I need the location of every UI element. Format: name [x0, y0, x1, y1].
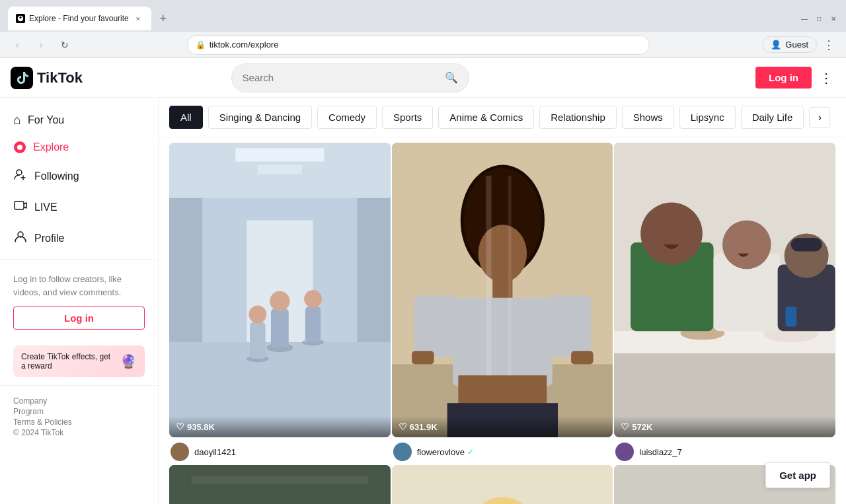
search-icon: 🔍 — [445, 71, 458, 84]
video-author-1: daoyil1421 — [169, 437, 391, 464]
video-thumb-5 — [392, 465, 613, 504]
svg-rect-35 — [571, 351, 593, 364]
sidebar-login-text: Log in to follow creators, like videos, … — [13, 273, 145, 299]
video-card-4[interactable] — [169, 465, 391, 504]
category-comedy[interactable]: Comedy — [317, 106, 377, 129]
video-grid: ♡ 935.8K daoyil1421 — [159, 137, 846, 504]
reload-button[interactable]: ↻ — [56, 36, 74, 54]
svg-rect-13 — [235, 148, 324, 161]
category-lipsync[interactable]: Lipsync — [679, 106, 736, 129]
footer-company[interactable]: Company — [13, 396, 145, 406]
video-overlay-3: ♡ 572K — [614, 416, 835, 437]
video-likes-2: ♡ 631.9K — [399, 421, 607, 432]
svg-rect-5 — [15, 201, 24, 209]
get-app-button[interactable]: Get app — [765, 462, 830, 488]
sidebar-item-following[interactable]: Following — [0, 161, 158, 192]
tab-bar: Explore - Find your favourite × + — [8, 7, 794, 30]
svg-point-29 — [478, 225, 527, 282]
more-options-button[interactable]: ⋮ — [817, 67, 835, 89]
video-thumb-1: ♡ 935.8K — [169, 143, 391, 437]
svg-point-3 — [17, 145, 22, 150]
svg-rect-38 — [486, 176, 491, 375]
category-all[interactable]: All — [169, 106, 203, 129]
sidebar-item-for-you[interactable]: ⌂ For You — [0, 106, 158, 134]
category-shows[interactable]: Shows — [622, 106, 674, 129]
category-singing-dancing[interactable]: Singing & Dancing — [208, 106, 312, 129]
address-bar: ‹ › ↻ 🔒 tiktok.com/explore 👤 Guest ⋮ — [0, 32, 846, 58]
logo[interactable]: TikTok — [11, 67, 83, 89]
svg-rect-31 — [453, 298, 553, 386]
heart-icon-3: ♡ — [621, 421, 629, 432]
video-card-1[interactable]: ♡ 935.8K daoyil1421 — [169, 143, 391, 464]
url-bar[interactable]: 🔒 tiktok.com/explore — [187, 35, 650, 55]
maximize-button[interactable]: □ — [814, 14, 824, 23]
video-overlay-2: ♡ 631.9K — [392, 416, 613, 437]
browser-actions: 👤 Guest ⋮ — [762, 36, 838, 54]
sidebar-label-explore: Explore — [33, 141, 69, 153]
close-window-button[interactable]: ✕ — [829, 14, 838, 23]
video-card-2[interactable]: ♡ 631.9K flowerovlove ✓ — [392, 143, 613, 464]
video-thumb-3: ♡ 572K — [614, 143, 835, 437]
sidebar-promo-banner[interactable]: Create TikTok effects, get a reward 🔮 — [13, 345, 145, 377]
forward-button[interactable]: › — [32, 36, 50, 54]
sidebar-item-live[interactable]: LIVE — [0, 192, 158, 223]
svg-rect-11 — [357, 198, 390, 342]
category-sports[interactable]: Sports — [382, 106, 433, 129]
category-more-button[interactable]: › — [809, 107, 830, 128]
video-thumb-2: ♡ 631.9K — [392, 143, 613, 437]
author-avatar-2 — [393, 443, 412, 461]
category-tabs: All Singing & Dancing Comedy Sports Anim… — [159, 98, 846, 137]
browser-more-button[interactable]: ⋮ — [820, 36, 838, 54]
top-nav: TikTok 🔍 Log in ⋮ — [0, 58, 846, 98]
svg-rect-57 — [191, 476, 368, 484]
main-content: ⌂ For You Explore Following LIVE — [0, 98, 846, 504]
tab-favicon — [16, 14, 25, 23]
active-tab[interactable]: Explore - Find your favourite × — [8, 7, 151, 30]
browser-chrome: Explore - Find your favourite × + — □ ✕ — [0, 0, 846, 32]
footer-terms[interactable]: Terms & Policies — [13, 417, 145, 427]
back-button[interactable]: ‹ — [8, 36, 26, 54]
search-bar[interactable]: 🔍 — [231, 63, 469, 92]
video-likes-3: ♡ 572K — [621, 421, 829, 432]
promo-text: Create TikTok effects, get a reward — [21, 352, 115, 371]
svg-point-20 — [249, 306, 266, 324]
video-card-3[interactable]: ♡ 572K luisdiazz_7 — [614, 143, 835, 464]
sidebar-item-profile[interactable]: Profile — [0, 223, 158, 254]
video-author-2: flowerovlove ✓ — [392, 437, 613, 464]
video-likes-1: ♡ 935.8K — [176, 421, 384, 432]
svg-rect-14 — [258, 165, 302, 174]
profile-icon — [13, 229, 28, 247]
likes-count-2: 631.9K — [410, 422, 438, 432]
window-controls: — □ ✕ — [800, 14, 838, 23]
sidebar-label-profile: Profile — [34, 233, 64, 244]
video-card-5[interactable] — [392, 465, 613, 504]
footer-copyright: © 2024 TikTok — [13, 428, 145, 437]
category-relationship[interactable]: Relationship — [539, 106, 617, 129]
svg-rect-19 — [250, 322, 265, 359]
category-daily-life[interactable]: Daily Life — [741, 106, 804, 129]
new-tab-button[interactable]: + — [154, 9, 173, 28]
guest-icon: 👤 — [771, 40, 781, 50]
search-input[interactable] — [243, 72, 440, 83]
live-icon — [13, 198, 28, 216]
explore-area: All Singing & Dancing Comedy Sports Anim… — [159, 98, 846, 504]
login-button[interactable]: Log in — [755, 67, 812, 89]
footer-program[interactable]: Program — [13, 407, 145, 416]
logo-text: TikTok — [37, 69, 83, 87]
verified-icon-2: ✓ — [467, 447, 474, 456]
sidebar-label-for-you: For You — [28, 114, 64, 126]
author-name-2: flowerovlove ✓ — [417, 447, 474, 457]
sidebar-footer: Company Program Terms & Policies © 2024 … — [0, 391, 158, 444]
heart-icon-1: ♡ — [176, 421, 184, 432]
category-anime-comics[interactable]: Anime & Comics — [438, 106, 534, 129]
sidebar-divider-2 — [0, 385, 158, 386]
minimize-button[interactable]: — — [800, 14, 809, 23]
tab-close-button[interactable]: × — [133, 13, 143, 24]
guest-button[interactable]: 👤 Guest — [762, 36, 817, 53]
guest-label: Guest — [785, 40, 808, 50]
sidebar-login-button[interactable]: Log in — [13, 306, 145, 330]
svg-rect-16 — [271, 309, 289, 348]
sidebar-item-explore[interactable]: Explore — [0, 134, 158, 161]
video-overlay-1: ♡ 935.8K — [169, 416, 391, 437]
svg-rect-1 — [11, 67, 33, 89]
